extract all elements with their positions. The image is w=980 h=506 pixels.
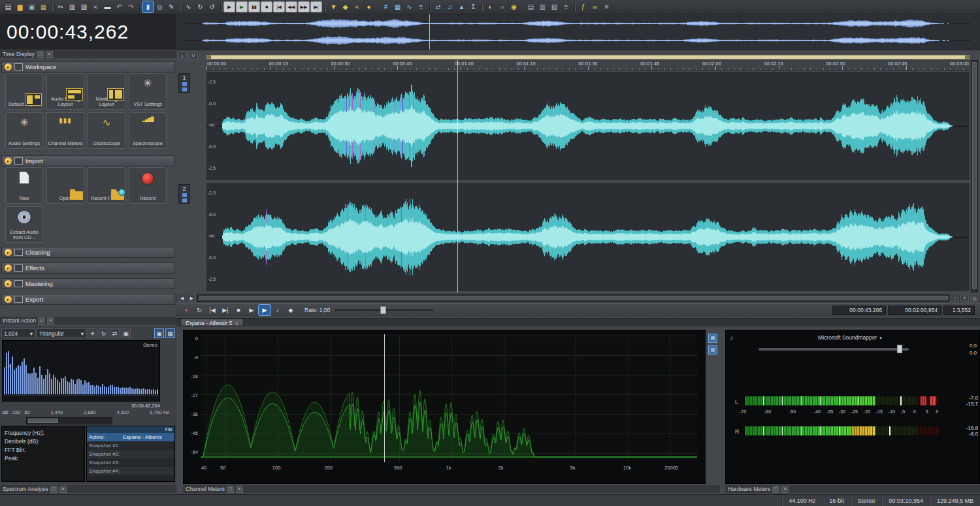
task-button-oscilloscope[interactable]: ∿Oscilloscope <box>88 112 125 149</box>
spectrum-scrollbar[interactable] <box>26 417 112 424</box>
pause-icon[interactable]: ▮▮ <box>248 1 260 12</box>
output-gain-slider[interactable] <box>759 348 909 351</box>
go-to-end-button[interactable]: ▶| <box>220 305 231 315</box>
meter-hold-icon[interactable]: ▥ <box>708 345 717 355</box>
pencil-tool-icon[interactable]: ✎ <box>166 1 177 12</box>
snap-grid-icon[interactable]: ▦ <box>392 1 403 12</box>
close-icon[interactable] <box>781 486 789 493</box>
script-editor-icon[interactable]: ƒ <box>578 1 589 12</box>
close-icon[interactable] <box>235 320 238 326</box>
section-header-cleaning[interactable]: ▸ Cleaning <box>1 247 175 258</box>
auto-snap-icon[interactable]: ↺ <box>206 1 218 12</box>
zoom-tool-icon[interactable]: ◎ <box>970 294 979 302</box>
go-to-start-icon[interactable]: |◀ <box>273 1 285 12</box>
task-button-record[interactable]: Record <box>129 167 167 204</box>
task-button-mastering-layout[interactable]: Mastering Layout <box>88 73 125 110</box>
snapshot-row[interactable]: Snapshot #2: <box>87 450 174 458</box>
play-all-icon[interactable]: ▶ <box>223 1 235 12</box>
ignore-fx-icon[interactable]: ○ <box>497 1 508 12</box>
task-button-open[interactable]: Open <box>46 167 84 204</box>
stop-button[interactable]: ■ <box>233 305 244 315</box>
task-button-spectroscope[interactable]: ▂▄▆█Spectroscope <box>129 112 167 149</box>
cascade-windows-icon[interactable]: ▧ <box>549 1 560 12</box>
task-button-new[interactable]: New <box>5 167 43 204</box>
rate-slider-thumb[interactable] <box>380 306 386 314</box>
bypass-fx-icon[interactable]: ◉ <box>508 1 519 12</box>
monitor-button[interactable]: ♪ <box>272 305 284 315</box>
snap-enable-icon[interactable]: # <box>380 1 391 12</box>
scrollbar-thumb[interactable] <box>972 62 977 289</box>
loop-playback-button[interactable]: ↻ <box>193 305 205 315</box>
document-tab[interactable]: Espana - Albeniz 5 <box>180 319 244 327</box>
rewind-icon[interactable]: ◀◀ <box>286 1 297 12</box>
snapshot-row[interactable]: Snapshot #1: <box>87 441 174 450</box>
gain-slider-thumb[interactable] <box>897 345 902 353</box>
edit-tool-icon[interactable]: ▮ <box>142 1 154 12</box>
insert-marker-icon[interactable]: ▼ <box>328 1 339 12</box>
magnet-snap-icon[interactable]: ∩ <box>189 52 198 60</box>
normalize-icon[interactable]: ▲ <box>456 1 467 12</box>
section-header-effects[interactable]: ▸ Effects <box>1 262 175 274</box>
lock-loop-icon[interactable]: ● <box>363 1 374 12</box>
tile-horizontal-icon[interactable]: ▤ <box>525 1 536 12</box>
grid-icon[interactable]: ▦ <box>165 328 175 338</box>
overview-playhead[interactable] <box>429 14 430 50</box>
playhead-cursor[interactable] <box>457 60 458 293</box>
snapshot-icon[interactable]: ▣ <box>121 328 131 338</box>
meter-options-icon[interactable]: ▤ <box>708 334 717 343</box>
copy-icon[interactable]: ▥ <box>67 1 78 12</box>
window-list-icon[interactable]: ≡ <box>561 1 572 12</box>
play-icon[interactable]: ▶ <box>236 1 248 12</box>
insert-region-icon[interactable]: ◆ <box>340 1 351 12</box>
timeline-ruler[interactable]: 00:00:0000:00:1500:00:3000:00:4500:01:00… <box>206 60 970 71</box>
task-button-audio-editing-layout[interactable]: Audio Editing Layout <box>46 73 84 110</box>
record-button[interactable]: ● <box>180 305 192 315</box>
snapshot-row[interactable]: Snapshot #3: <box>87 458 174 467</box>
play-normal-button[interactable]: ▶ <box>246 305 257 315</box>
float-icon[interactable] <box>50 486 57 493</box>
float-icon[interactable] <box>37 51 44 58</box>
plugin-chainer-icon[interactable]: ∞ <box>589 1 600 12</box>
close-icon[interactable] <box>236 486 243 493</box>
section-header-mastering[interactable]: ▸ Mastering <box>1 278 175 289</box>
stop-icon[interactable]: ■ <box>261 1 272 12</box>
scroll-left-icon[interactable]: ◀ <box>178 294 186 302</box>
lock-icon[interactable]: ▣ <box>154 328 164 338</box>
output-device-select[interactable]: Microsoft Soundmapper▾ <box>765 334 935 341</box>
rebuild-peaks-icon[interactable]: ∿ <box>183 1 194 12</box>
go-to-start-button[interactable]: |◀ <box>206 305 218 315</box>
auto-ripple-icon[interactable]: ≈ <box>351 1 363 12</box>
open-file-icon[interactable]: ▆ <box>14 1 25 12</box>
task-button-default-layout[interactable]: Default Layout <box>5 73 43 110</box>
float-icon[interactable] <box>772 486 779 493</box>
forward-icon[interactable]: ▶▶ <box>298 1 310 12</box>
lock-event-icon[interactable]: ◐ <box>485 1 496 12</box>
refresh-icon[interactable]: ↻ <box>99 328 108 338</box>
window-type-select[interactable]: Triangular▾ <box>37 328 86 338</box>
trim-icon[interactable]: ▬ <box>102 1 113 12</box>
cut-icon[interactable]: ✂ <box>55 1 66 12</box>
statistics-icon[interactable]: Σ <box>468 1 479 12</box>
save-file-icon[interactable]: ▣ <box>26 1 37 12</box>
close-icon[interactable] <box>46 51 53 58</box>
zoom-in-icon[interactable]: + <box>960 294 969 302</box>
float-icon[interactable] <box>38 317 45 324</box>
close-icon[interactable] <box>59 486 67 493</box>
waveform-channel-1-canvas[interactable] <box>206 72 970 180</box>
waveform-channel-2-canvas[interactable] <box>206 183 970 291</box>
go-to-end-icon[interactable]: ▶| <box>310 1 322 12</box>
section-header-export[interactable]: ▸ Export <box>1 294 175 305</box>
vertical-scrollbar[interactable] <box>971 60 978 293</box>
loop-mode-icon[interactable]: ↻ <box>195 1 206 12</box>
scrollbar-thumb[interactable] <box>199 296 948 300</box>
snap-zero-icon[interactable]: ∿ <box>404 1 415 12</box>
float-icon[interactable] <box>227 486 234 493</box>
loop-region-bar[interactable] <box>206 55 970 59</box>
task-button-vst-settings[interactable]: ✳VST Settings <box>129 73 167 110</box>
sync-icon[interactable]: ⇄ <box>110 328 120 338</box>
tile-vertical-icon[interactable]: ▥ <box>537 1 548 12</box>
task-button-audio-settings[interactable]: ✳Audio Settings <box>5 112 43 149</box>
scrub-control-button[interactable]: ◆ <box>285 305 297 315</box>
settings-gear-icon[interactable]: ✳ <box>88 328 97 338</box>
mix-icon[interactable]: ≈ <box>90 1 101 12</box>
